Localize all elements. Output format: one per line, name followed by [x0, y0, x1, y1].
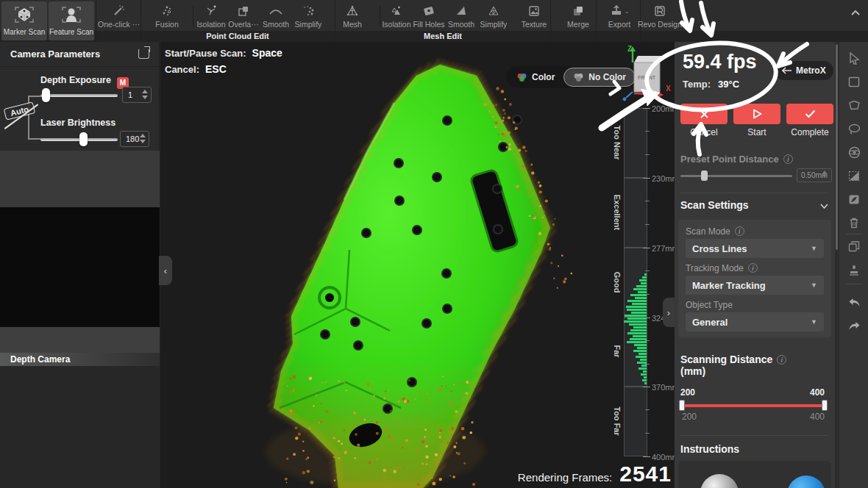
- cancel-label: Cancel: [680, 127, 728, 137]
- mesh-button[interactable]: Mesh: [333, 3, 371, 29]
- instructions-box[interactable]: [678, 461, 831, 488]
- revo-design-icon: [637, 3, 683, 19]
- cancel-scan-button[interactable]: [680, 104, 728, 124]
- undock-panel-icon[interactable]: [138, 49, 149, 59]
- gizmo-front-label: FRONT: [638, 75, 656, 80]
- polygon-select-icon[interactable]: [847, 98, 861, 112]
- delete-icon[interactable]: [847, 215, 861, 230]
- preset-distance-slider-thumb[interactable]: [701, 171, 708, 181]
- hint-start-pause: Start/Pause Scan:Space: [165, 47, 282, 59]
- zone-too-near: [624, 108, 647, 178]
- scan-mode-dropdown[interactable]: Cross Lines▼: [686, 239, 824, 258]
- preset-distance-slider[interactable]: [680, 175, 792, 177]
- range-handle-max[interactable]: [822, 400, 828, 411]
- stepper-arrows-icon[interactable]: [822, 171, 828, 178]
- laser-brightness-slider-thumb[interactable]: [79, 132, 88, 146]
- color-option[interactable]: Color: [508, 68, 563, 87]
- one-click-label: One-click ···: [98, 20, 139, 29]
- cursor-select-icon[interactable]: [847, 51, 861, 65]
- x-icon: [700, 110, 709, 119]
- simplify-icon: [289, 3, 327, 19]
- play-icon: [753, 109, 762, 119]
- scanning-distance-range-slider[interactable]: [682, 404, 825, 407]
- orientation-gizmo[interactable]: FRONT Z X: [622, 44, 673, 107]
- dropdown-caret-icon: ▼: [811, 281, 817, 289]
- texture-label: Texture: [515, 20, 553, 29]
- collapse-left-panel-button[interactable]: ‹: [159, 256, 172, 285]
- gizmo-x-label: X: [666, 85, 671, 93]
- lasso-select-icon[interactable]: [847, 121, 861, 136]
- depth-camera-label: Depth Camera: [0, 353, 160, 366]
- laser-brightness-value[interactable]: 180: [120, 131, 149, 147]
- fps-counter: 59.4 fps: [683, 51, 757, 73]
- sample-object-image: [700, 474, 739, 488]
- fusion-button[interactable]: Fusion: [148, 3, 186, 29]
- feature-scan-button[interactable]: Feature Scan: [49, 1, 94, 40]
- panel-header: Camera Parameters: [0, 42, 160, 67]
- rgb-circles-icon: [516, 73, 527, 82]
- stepper-arrows-icon[interactable]: [140, 134, 146, 143]
- scan-settings-box: Scan Modei Cross Lines▼ Tracking Modei M…: [678, 220, 831, 337]
- fusion-label: Fusion: [148, 20, 186, 29]
- rendering-frames-status: Rendering Frames: 2541: [518, 462, 672, 487]
- range-min-limit: 200: [682, 412, 697, 422]
- start-label: Start: [733, 127, 780, 137]
- info-icon[interactable]: i: [783, 154, 793, 164]
- sphere-select-icon[interactable]: [847, 145, 861, 159]
- depth-exposure-slider[interactable]: [40, 94, 118, 97]
- scan-settings-header[interactable]: Scan Settings: [680, 199, 749, 211]
- panel-scrollbar[interactable]: [836, 44, 838, 250]
- feature-scan-icon: [49, 1, 94, 28]
- complete-scan-button[interactable]: [786, 104, 833, 124]
- zone-label: Too Near: [613, 126, 622, 160]
- metrox-device-button[interactable]: MetroX: [775, 61, 833, 80]
- scan-3d-viewport[interactable]: Start/Pause Scan:Space Cancel:ESC Color …: [160, 42, 675, 488]
- marker-scan-button[interactable]: Marker Scan: [1, 1, 47, 40]
- redo-icon[interactable]: [847, 319, 861, 334]
- export-button[interactable]: ⌄ Export: [600, 3, 638, 29]
- texture-icon: [515, 3, 553, 19]
- duplicate-icon[interactable]: [847, 239, 861, 254]
- chevron-down-icon[interactable]: [820, 201, 828, 211]
- auto-mode-stamp[interactable]: Auto: [4, 101, 36, 120]
- zone-label: Good: [613, 272, 622, 293]
- undo-icon[interactable]: [847, 295, 861, 310]
- deselect-icon[interactable]: [847, 192, 861, 207]
- pc-simplify-button[interactable]: Simplify: [289, 3, 327, 29]
- mesh-simplify-button[interactable]: Simplify: [474, 3, 513, 29]
- stamp-icon[interactable]: [847, 262, 861, 277]
- range-handle-min[interactable]: [679, 400, 685, 411]
- slider-link-bracket: [28, 96, 41, 97]
- info-icon[interactable]: i: [735, 226, 744, 236]
- merge-icon: [559, 3, 597, 19]
- info-icon[interactable]: i: [777, 355, 786, 365]
- merge-label: Merge: [559, 20, 597, 29]
- expand-gauge-button[interactable]: ›: [663, 298, 675, 327]
- merge-button[interactable]: Merge: [559, 3, 597, 29]
- depth-exposure-slider-thumb[interactable]: [42, 88, 50, 102]
- depth-exposure-value[interactable]: 1: [122, 87, 152, 103]
- range-min-value: 200: [680, 387, 695, 398]
- preset-distance-value[interactable]: 0.50mm: [797, 168, 832, 182]
- grey-circles-icon: [573, 73, 584, 82]
- collapse-toolbar-button[interactable]: [849, 6, 862, 19]
- object-type-dropdown[interactable]: General▼: [686, 312, 824, 331]
- tracking-mode-label: Tracking Modei: [686, 263, 758, 273]
- texture-button[interactable]: Texture: [515, 3, 553, 29]
- revo-design-label: Revo Design: [637, 20, 683, 29]
- tracking-mode-dropdown[interactable]: Marker Tracking▼: [686, 276, 824, 295]
- invert-selection-icon[interactable]: [847, 168, 861, 183]
- depth-camera-feed: [0, 207, 160, 327]
- depth-camera-strip: [0, 327, 160, 353]
- one-click-button[interactable]: One-click ···: [98, 3, 139, 29]
- info-icon[interactable]: i: [748, 263, 758, 273]
- mesh-label: Mesh: [333, 20, 371, 29]
- revo-design-button[interactable]: Revo Design: [637, 3, 683, 29]
- rectangle-select-icon[interactable]: [847, 74, 861, 89]
- object-type-label: Object Type: [686, 300, 733, 310]
- section-divider: [680, 193, 828, 193]
- top-toolbar: Marker Scan Feature Scan One-click ··· F…: [0, 0, 868, 42]
- start-scan-button[interactable]: [733, 104, 780, 124]
- stepper-arrows-icon[interactable]: [142, 90, 148, 99]
- zone-too-far: [624, 387, 647, 456]
